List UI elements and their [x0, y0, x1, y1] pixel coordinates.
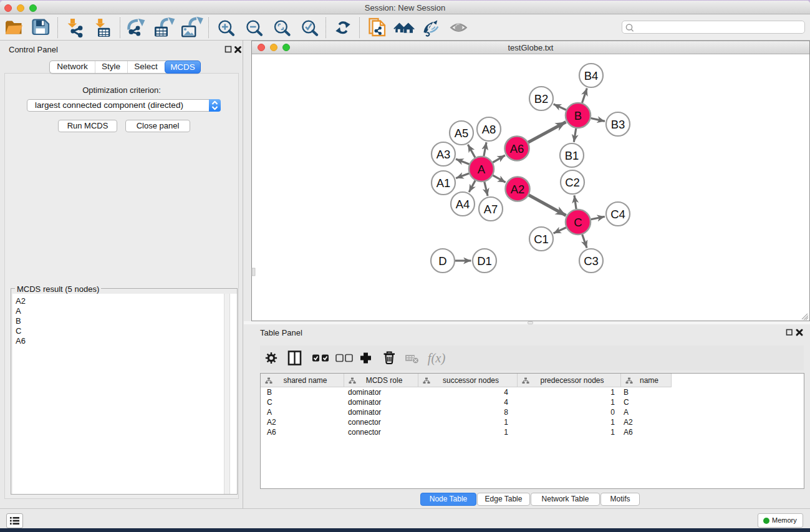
svg-text:B1: B1	[565, 149, 579, 162]
svg-text:C4: C4	[610, 208, 625, 221]
svg-text:C1: C1	[534, 233, 549, 246]
svg-text:A: A	[478, 163, 486, 176]
svg-text:f(x): f(x)	[428, 351, 446, 365]
svg-text:D: D	[438, 254, 446, 268]
svg-text:A8: A8	[482, 123, 496, 136]
svg-text:A7: A7	[484, 203, 498, 216]
svg-text:A5: A5	[455, 127, 469, 140]
svg-text:B: B	[574, 109, 582, 122]
svg-text:C: C	[574, 216, 582, 229]
svg-text:B3: B3	[611, 118, 625, 131]
svg-text:B2: B2	[534, 92, 549, 105]
svg-text:A4: A4	[456, 198, 470, 211]
svg-text:D1: D1	[477, 254, 492, 268]
svg-text:B4: B4	[584, 69, 599, 82]
svg-text:C3: C3	[584, 254, 599, 268]
svg-text:A6: A6	[510, 142, 524, 155]
svg-text:A2: A2	[511, 183, 525, 196]
svg-text:A3: A3	[436, 148, 451, 161]
svg-text:A1: A1	[436, 177, 451, 190]
svg-text:C2: C2	[565, 176, 580, 189]
